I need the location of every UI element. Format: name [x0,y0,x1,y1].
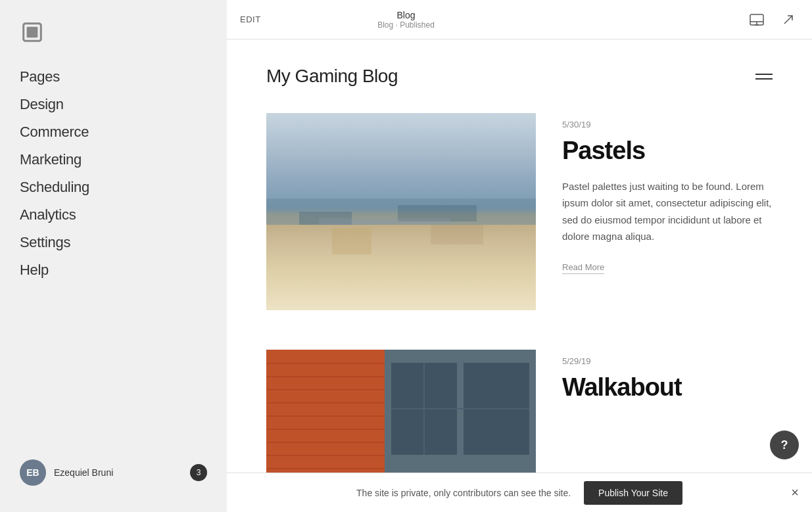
post-image-walkabout [266,350,536,473]
post-content-walkabout: 5/29/19 Walkabout [562,350,773,415]
notification-badge[interactable]: 3 [190,464,207,481]
svg-rect-14 [266,350,398,473]
read-more-pastels[interactable]: Read More [562,262,604,274]
sidebar-footer: EB Ezequiel Bruni 3 [0,446,227,499]
edit-button[interactable]: EDIT [240,14,261,24]
menu-line-2 [755,78,773,80]
top-bar-actions [746,9,799,30]
avatar: EB [20,459,46,486]
svg-rect-12 [332,228,371,254]
external-link-icon[interactable] [778,9,799,30]
blog-post-pastels: 5/30/19 Pastels Pastel palettes just wai… [266,113,773,310]
top-bar: EDIT Blog Blog · Published [227,0,812,39]
squarespace-logo[interactable] [20,20,45,45]
pastels-image [266,113,536,310]
top-bar-left: EDIT [240,14,261,24]
sidebar-item-pages[interactable]: Pages [20,64,207,89]
menu-icon[interactable] [755,74,773,80]
sidebar-logo [0,13,227,64]
walkabout-image [266,350,536,473]
post-title-pastels: Pastels [562,137,773,165]
post-excerpt-pastels: Pastel palettes just waiting to be found… [562,178,773,245]
close-button[interactable]: × [791,485,799,500]
user-profile[interactable]: EB Ezequiel Bruni [20,459,113,486]
content-area[interactable]: My Gaming Blog [227,39,812,473]
user-name: Ezequiel Bruni [54,467,113,478]
page-status: Blog · Published [377,20,435,30]
post-image-pastels [266,113,536,310]
bottom-bar: The site is private, only contributors c… [227,473,812,512]
blog-header: My Gaming Blog [227,39,812,100]
sidebar-item-commerce[interactable]: Commerce [20,120,207,145]
svg-line-6 [784,16,792,24]
sidebar-item-analytics[interactable]: Analytics [20,202,207,227]
device-toggle-icon[interactable] [746,9,767,30]
sidebar-nav: Pages Design Commerce Marketing Scheduli… [0,64,227,446]
menu-line-1 [755,74,773,75]
svg-rect-11 [319,218,450,225]
blog-posts-list: 5/30/19 Pastels Pastel palettes just wai… [227,100,812,473]
post-date-walkabout: 5/29/19 [562,356,773,366]
help-button[interactable]: ? [770,431,799,459]
sidebar-item-design[interactable]: Design [20,92,207,117]
publish-button[interactable]: Publish Your Site [584,481,682,505]
blog-title: My Gaming Blog [266,66,398,87]
right-panel: EDIT Blog Blog · Published [227,0,812,512]
top-bar-center: Blog Blog · Published [377,10,435,30]
post-date-pastels: 5/30/19 [562,120,773,129]
post-title-walkabout: Walkabout [562,374,773,402]
sidebar-item-help[interactable]: Help [20,258,207,283]
sidebar: Pages Design Commerce Marketing Scheduli… [0,0,227,512]
svg-rect-13 [431,225,483,244]
svg-rect-1 [27,27,38,38]
privacy-notice: The site is private, only contributors c… [356,488,571,498]
page-title: Blog [377,10,435,20]
post-content-pastels: 5/30/19 Pastels Pastel palettes just wai… [562,113,773,274]
sidebar-item-marketing[interactable]: Marketing [20,147,207,172]
sidebar-item-scheduling[interactable]: Scheduling [20,175,207,200]
blog-post-walkabout: 5/29/19 Walkabout [266,350,773,473]
sidebar-item-settings[interactable]: Settings [20,230,207,255]
